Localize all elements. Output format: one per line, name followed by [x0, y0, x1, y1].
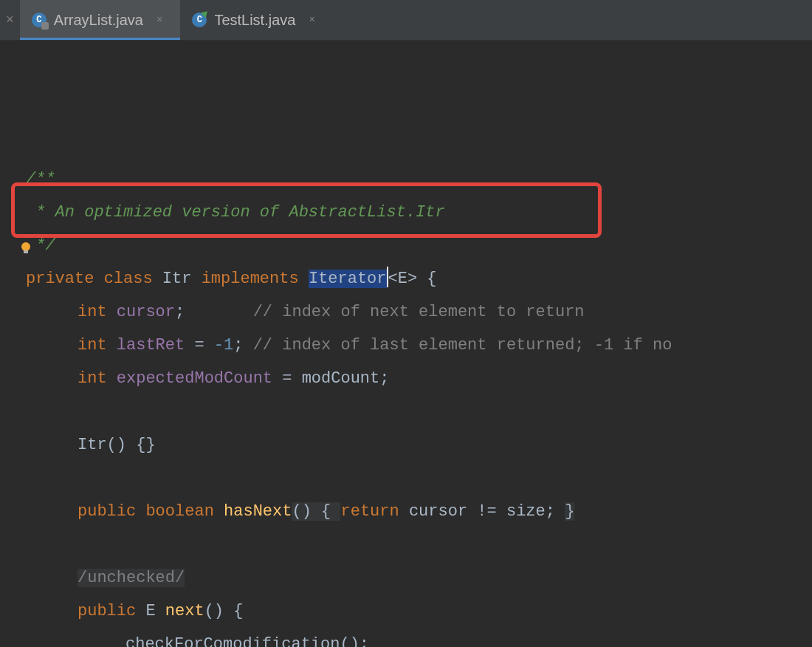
tab-bar: × C ArrayList.java × C TestList.java × [0, 0, 812, 41]
statement: checkForComodification(); [26, 628, 812, 647]
method-next: public E next() { [26, 595, 812, 628]
field-declaration: int cursor; // index of next element to … [26, 295, 812, 329]
svg-point-0 [21, 242, 30, 251]
tab-label: ArrayList.java [54, 12, 143, 29]
close-icon[interactable]: × [0, 13, 20, 27]
field-declaration: int expectedModCount = modCount; [26, 362, 812, 395]
tab-testlist[interactable]: C TestList.java × [180, 0, 332, 40]
lock-icon [41, 22, 49, 30]
javadoc: /** [26, 162, 812, 196]
close-icon[interactable]: × [151, 14, 168, 26]
close-icon[interactable]: × [303, 14, 320, 26]
method-hasnext: public boolean hasNext() { return cursor… [26, 495, 812, 528]
text-selection: Iterator [309, 270, 387, 288]
class-declaration: private class Itr implements Iterator<E>… [26, 262, 812, 295]
tab-label: TestList.java [214, 12, 295, 29]
svg-rect-1 [24, 250, 28, 253]
javadoc: * An optimized version of AbstractList.I… [26, 196, 812, 229]
field-declaration: int lastRet = -1; // index of last eleme… [26, 329, 812, 362]
java-class-icon: C [32, 13, 47, 27]
tab-arraylist[interactable]: C ArrayList.java × [20, 0, 181, 40]
annotation: /unchecked/ [26, 561, 812, 595]
constructor: Itr() {} [26, 428, 812, 462]
java-class-icon: C [192, 13, 207, 27]
javadoc: */ [26, 229, 812, 262]
code-editor[interactable]: /** * An optimized version of AbstractLi… [0, 41, 812, 647]
